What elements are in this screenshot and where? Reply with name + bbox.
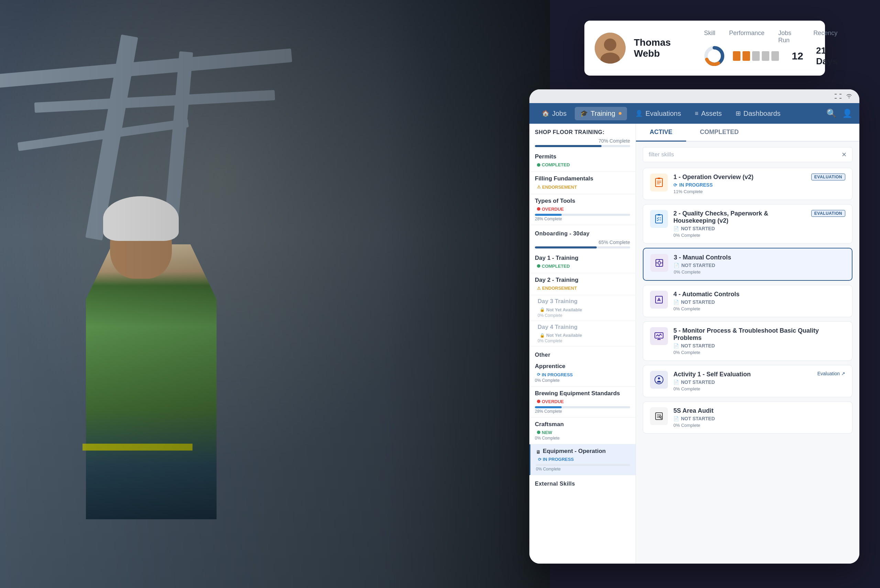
day3-progress: 0% Complete: [538, 313, 630, 318]
skill-card-5s[interactable]: 5S Area Audit 📄 NOT STARTED 0% Complete: [643, 401, 853, 434]
nav-actions: 🔍 👤: [826, 109, 853, 118]
equipment-status-text: IN PROGRESS: [543, 457, 574, 462]
skill-5-name: 5 - Monitor Process & Troubleshoot Basic…: [673, 327, 845, 342]
day1-status: COMPLETED: [535, 263, 572, 269]
craftsman-title: Craftsman: [535, 421, 630, 428]
skill-2-name: 2 - Quality Checks, Paperwork & Housekee…: [673, 210, 811, 224]
profile-card: Thomas Webb Skill Performance Jobs Run R…: [584, 21, 825, 76]
sidebar-item-day4[interactable]: Day 4 Training 🔒 Not Yet Available 0% Co…: [529, 321, 635, 347]
jobs-run-value: 12: [787, 50, 808, 62]
brewing-title: Brewing Equipment Standards: [535, 390, 630, 397]
skill-card-2[interactable]: 2 - Quality Checks, Paperwork & Housekee…: [643, 204, 853, 244]
brewing-status-text: OVERDUE: [542, 399, 564, 404]
day4-status-text: Not Yet Available: [546, 333, 582, 338]
skill-card-4[interactable]: 4 - Automatic Controls 📄 NOT STARTED 0% …: [643, 285, 853, 317]
nav-evaluations-label: Evaluations: [646, 110, 681, 117]
device-card: 🏠 Jobs 🎓 Training 👤 Evaluations ≡ Assets…: [529, 89, 859, 564]
recency-header: Recency: [813, 30, 837, 44]
nav-dashboards[interactable]: ⊞ Dashboards: [730, 107, 786, 120]
onboarding-progress-bar: [535, 246, 630, 249]
permits-status: COMPLETED: [535, 162, 572, 168]
skill-1-status-text: IN PROGRESS: [679, 182, 713, 188]
svg-rect-8: [658, 178, 660, 179]
sidebar-item-day1[interactable]: Day 1 - Training COMPLETED: [529, 251, 635, 273]
filling-title: Filling Fundamentals: [535, 175, 630, 182]
background-photo: [0, 0, 550, 588]
nav-assets[interactable]: ≡ Assets: [689, 107, 727, 120]
sidebar-item-tools[interactable]: Types of Tools OVERDUE 28% Complete: [529, 194, 635, 225]
onboarding-progress-label: 65% Complete: [535, 240, 630, 245]
svg-rect-24: [655, 333, 663, 338]
sidebar-item-craftsman[interactable]: Craftsman NEW 0% Complete: [529, 417, 635, 444]
sidebar-item-day2[interactable]: Day 2 - Training ⚠ ENDORSEMENT: [529, 273, 635, 296]
wifi-icon: [845, 93, 853, 99]
svg-point-28: [658, 377, 660, 380]
day4-progress: 0% Complete: [538, 339, 630, 344]
sidebar-item-brewing[interactable]: Brewing Equipment Standards OVERDUE 28% …: [529, 387, 635, 417]
day3-status-text: Not Yet Available: [546, 307, 582, 312]
shop-floor-progress-bar: [535, 145, 630, 147]
photo-overlay: [0, 0, 550, 588]
skill-1-icon: [650, 174, 668, 191]
day1-dot: [537, 264, 541, 268]
performance-bars: [733, 51, 779, 61]
day1-title: Day 1 - Training: [535, 255, 630, 261]
clipboard-icon: [654, 178, 664, 187]
profile-name: Thomas Webb: [634, 37, 696, 59]
user-icon[interactable]: 👤: [842, 109, 853, 118]
skill-card-1[interactable]: 1 - Operation Overview (v2) EVALUATION ⟳…: [643, 168, 853, 200]
activity1-eval-link[interactable]: Evaluation ↗: [817, 371, 845, 376]
profile-metrics: Skill Performance Jobs Run Recency: [704, 30, 837, 67]
expand-icon: [834, 93, 842, 99]
dashboards-icon: ⊞: [736, 110, 741, 117]
apprentice-status: ⟳ IN PROGRESS: [535, 372, 575, 378]
donut-chart: [704, 46, 725, 66]
filter-input-container: filter skills ✕: [643, 147, 853, 162]
avatar-image: [595, 33, 626, 64]
skill-2-icon: [650, 210, 668, 228]
sidebar-item-equipment-op[interactable]: 🖥 Equipment - Operation ⟳ IN PROGRESS 0%…: [529, 444, 635, 476]
filter-bar: filter skills ✕: [636, 142, 859, 168]
brewing-progress-bar: [535, 406, 630, 408]
sidebar-item-permits[interactable]: Permits COMPLETED: [529, 150, 635, 172]
skill-4-icon: [650, 291, 668, 309]
skill-card-3[interactable]: 3 - Manual Controls 📄 NOT STARTED 0% Com…: [643, 248, 853, 281]
skill-card-5[interactable]: 5 - Monitor Process & Troubleshoot Basic…: [643, 321, 853, 361]
skill-1-progress: 11% Complete: [673, 189, 845, 194]
metric-values: 12 21 Days: [704, 45, 837, 67]
skill-5-progress: 0% Complete: [673, 350, 845, 355]
tab-active[interactable]: ACTIVE: [636, 124, 686, 142]
nav-evaluations[interactable]: 👤 Evaluations: [630, 107, 686, 120]
skill-1-eval-tag: EVALUATION: [811, 174, 845, 180]
audit-icon: [654, 411, 664, 421]
day3-title: Day 3 Training: [538, 298, 630, 305]
filter-clear-icon[interactable]: ✕: [841, 151, 847, 158]
svg-point-27: [655, 376, 663, 384]
equipment-progress-text: 0% Complete: [536, 467, 630, 471]
section-shop-floor-title: SHOP FLOOR TRAINING:: [529, 124, 635, 137]
permits-title: Permits: [535, 153, 630, 160]
search-icon[interactable]: 🔍: [826, 109, 837, 118]
equipment-progress-bar: [536, 464, 630, 466]
shop-floor-progress-fill: [535, 145, 602, 147]
tools-progress: 28% Complete: [535, 212, 630, 221]
onboarding-progress-fill: [535, 246, 597, 249]
brewing-dot: [537, 400, 541, 403]
activity1-info: Activity 1 - Self Evaluation Evaluation …: [673, 371, 845, 392]
equipment-status: ⟳ IN PROGRESS: [536, 456, 576, 463]
skill-2-status: 📄 NOT STARTED: [673, 226, 845, 231]
assets-icon: ≡: [695, 110, 698, 117]
5s-icon: [650, 407, 668, 425]
perf-bar-3: [752, 51, 760, 61]
sidebar-item-filling[interactable]: Filling Fundamentals ⚠ ENDORSEMENT: [529, 172, 635, 194]
sidebar-item-apprentice[interactable]: Apprentice ⟳ IN PROGRESS 0% Complete: [529, 360, 635, 387]
nav-training[interactable]: 🎓 Training: [575, 107, 627, 120]
5s-progress: 0% Complete: [673, 423, 845, 428]
skill-4-progress: 0% Complete: [673, 306, 845, 311]
skill-card-activity1[interactable]: Activity 1 - Self Evaluation Evaluation …: [643, 365, 853, 397]
nav-dashboards-label: Dashboards: [743, 110, 781, 117]
tab-completed[interactable]: COMPLETED: [686, 124, 752, 142]
nav-jobs[interactable]: 🏠 Jobs: [536, 107, 572, 120]
checklist-icon: [654, 214, 664, 224]
sidebar-item-day3[interactable]: Day 3 Training 🔒 Not Yet Available 0% Co…: [529, 295, 635, 321]
